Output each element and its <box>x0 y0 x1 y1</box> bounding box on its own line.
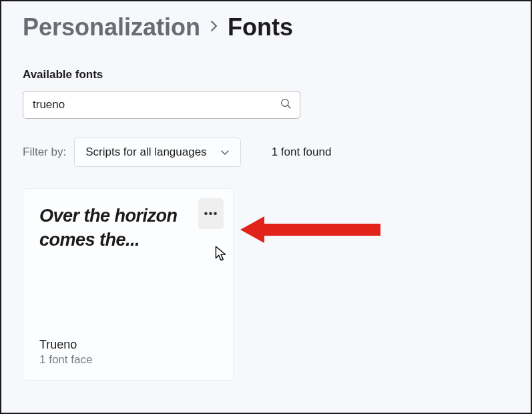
filter-row: Filter by: Scripts for all languages 1 f… <box>23 138 509 167</box>
font-preview-text: Over the horizon comes the... <box>39 204 200 252</box>
filter-label: Filter by: <box>23 146 66 159</box>
section-heading: Available fonts <box>23 68 509 81</box>
more-icon: ••• <box>204 207 218 220</box>
font-card[interactable]: Over the horizon comes the... ••• Trueno… <box>23 188 234 381</box>
font-face-count: 1 font face <box>39 353 217 367</box>
more-options-button[interactable]: ••• <box>198 198 224 229</box>
font-card-footer: Trueno 1 font face <box>39 338 217 367</box>
breadcrumb-parent[interactable]: Personalization <box>23 13 200 41</box>
breadcrumb: Personalization Fonts <box>23 13 509 41</box>
annotation-arrow <box>240 214 387 246</box>
breadcrumb-current: Fonts <box>228 13 293 41</box>
filter-dropdown[interactable]: Scripts for all languages <box>74 138 240 167</box>
chevron-down-icon <box>220 146 230 159</box>
search-container <box>23 91 300 119</box>
results-count: 1 font found <box>272 146 332 159</box>
font-name: Trueno <box>39 338 217 352</box>
filter-selected: Scripts for all languages <box>85 146 206 159</box>
chevron-right-icon <box>210 19 218 36</box>
search-input[interactable] <box>23 91 300 119</box>
svg-marker-2 <box>240 216 380 243</box>
